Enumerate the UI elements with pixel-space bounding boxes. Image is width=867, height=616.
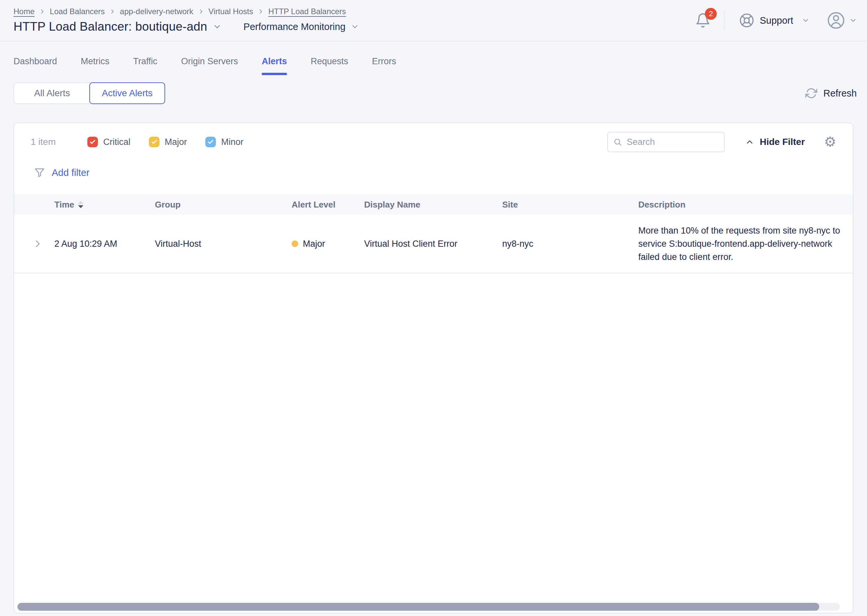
- notifications-button[interactable]: 2: [695, 13, 711, 28]
- checkbox-checked-icon: [149, 137, 159, 147]
- chevron-right-icon: [39, 9, 45, 14]
- settings-gear-icon[interactable]: ⚙: [824, 135, 836, 149]
- add-filter-label: Add filter: [52, 167, 89, 178]
- refresh-button[interactable]: Refresh: [806, 87, 857, 99]
- support-menu[interactable]: Support: [739, 13, 810, 28]
- topbar-right: 2 Support: [695, 8, 857, 33]
- cell-description: More than 10% of the requests from site …: [630, 217, 853, 270]
- filter-checkbox-critical[interactable]: Critical: [87, 137, 131, 147]
- search-icon: [613, 137, 622, 147]
- chevron-down-icon: [849, 16, 857, 24]
- breadcrumb-http-load-balancers-link[interactable]: HTTP Load Balancers: [268, 7, 346, 16]
- tab-traffic[interactable]: Traffic: [133, 57, 157, 75]
- column-header-time[interactable]: Time: [46, 200, 147, 210]
- search-input[interactable]: [627, 137, 719, 147]
- alerts-view-toggle: All Alerts Active Alerts: [14, 82, 165, 104]
- major-severity-dot-icon: [292, 240, 298, 247]
- cell-group: Virtual-Host: [147, 239, 284, 249]
- chevron-right-icon: [198, 9, 204, 14]
- funnel-icon: [34, 167, 45, 178]
- tab-errors[interactable]: Errors: [372, 57, 397, 75]
- page-title: HTTP Load Balancer: boutique-adn: [14, 20, 207, 34]
- chevron-down-icon: [351, 22, 359, 31]
- support-lifebuoy-icon: [739, 13, 754, 28]
- cell-site: ny8-nyc: [494, 239, 630, 249]
- breadcrumb-home-link[interactable]: Home: [14, 7, 35, 16]
- all-alerts-button[interactable]: All Alerts: [14, 83, 90, 104]
- divider: [724, 11, 725, 30]
- refresh-icon: [806, 87, 817, 99]
- tab-bar: Dashboard Metrics Traffic Origin Servers…: [0, 41, 867, 75]
- user-avatar-icon: [827, 11, 845, 30]
- checkbox-checked-icon: [87, 137, 98, 147]
- hide-filter-button[interactable]: Hide Filter: [745, 137, 805, 147]
- tab-origin-servers[interactable]: Origin Servers: [181, 57, 238, 75]
- alert-level-label: Major: [303, 239, 325, 249]
- horizontal-scrollbar[interactable]: [17, 603, 840, 611]
- chevron-up-icon: [745, 137, 754, 146]
- controls-row: All Alerts Active Alerts Refresh: [0, 75, 867, 112]
- breadcrumb-item-load-balancers[interactable]: Load Balancers: [50, 7, 105, 16]
- table-header-row: Time Group Alert Level Display Name Site…: [14, 194, 853, 215]
- filter-checkbox-label: Critical: [103, 137, 131, 147]
- filter-checkbox-label: Minor: [221, 137, 244, 147]
- tab-metrics[interactable]: Metrics: [81, 57, 109, 75]
- column-header-description[interactable]: Description: [630, 200, 853, 210]
- chevron-down-icon[interactable]: [212, 22, 222, 31]
- column-header-group[interactable]: Group: [147, 200, 284, 210]
- expand-cell: [14, 239, 46, 249]
- filter-checkbox-minor[interactable]: Minor: [205, 137, 244, 147]
- refresh-label: Refresh: [823, 88, 857, 99]
- checkbox-checked-icon: [205, 137, 216, 147]
- tab-dashboard[interactable]: Dashboard: [14, 57, 57, 75]
- column-header-label: Time: [54, 200, 74, 210]
- scrollbar-thumb[interactable]: [17, 603, 819, 611]
- filter-checkbox-major[interactable]: Major: [149, 137, 187, 147]
- chevron-right-icon: [258, 9, 264, 14]
- search-box: [607, 132, 725, 152]
- hide-filter-label: Hide Filter: [760, 137, 805, 147]
- add-filter-row: Add filter: [14, 165, 853, 180]
- page: Home Load Balancers app-delivery-network…: [0, 0, 867, 616]
- breadcrumb-item-app-delivery-network[interactable]: app-delivery-network: [120, 7, 194, 16]
- view-selector-label: Performance Monitoring: [244, 21, 345, 32]
- column-header-display-name[interactable]: Display Name: [356, 200, 494, 210]
- filter-bar: 1 item Critical Major Minor Hide Filte: [14, 123, 853, 152]
- chevron-down-icon: [802, 16, 810, 24]
- sort-icon[interactable]: [78, 201, 83, 208]
- add-filter-button[interactable]: Add filter: [34, 167, 89, 178]
- filter-checkbox-label: Major: [165, 137, 187, 147]
- topbar: Home Load Balancers app-delivery-network…: [0, 0, 867, 41]
- breadcrumb-item-virtual-hosts[interactable]: Virtual Hosts: [209, 7, 253, 16]
- cell-time: 2 Aug 10:29 AM: [46, 239, 147, 249]
- view-selector-dropdown[interactable]: Performance Monitoring: [244, 21, 359, 32]
- support-label: Support: [760, 15, 793, 26]
- tab-requests[interactable]: Requests: [311, 57, 348, 75]
- table-row[interactable]: 2 Aug 10:29 AM Virtual-Host Major Virtua…: [14, 215, 853, 273]
- alerts-table: Time Group Alert Level Display Name Site…: [14, 194, 853, 273]
- alerts-panel: 1 item Critical Major Minor Hide Filte: [14, 123, 853, 613]
- column-header-alert-level[interactable]: Alert Level: [284, 200, 356, 210]
- chevron-right-icon: [109, 9, 115, 14]
- column-header-site[interactable]: Site: [494, 200, 630, 210]
- cell-display-name: Virtual Host Client Error: [356, 239, 494, 249]
- item-count: 1 item: [31, 137, 56, 147]
- account-menu[interactable]: [827, 11, 857, 30]
- notification-badge: 2: [705, 8, 717, 20]
- expand-row-chevron-icon[interactable]: [33, 239, 42, 249]
- active-alerts-button[interactable]: Active Alerts: [89, 82, 165, 104]
- cell-alert-level: Major: [284, 239, 356, 249]
- tab-alerts[interactable]: Alerts: [262, 57, 287, 75]
